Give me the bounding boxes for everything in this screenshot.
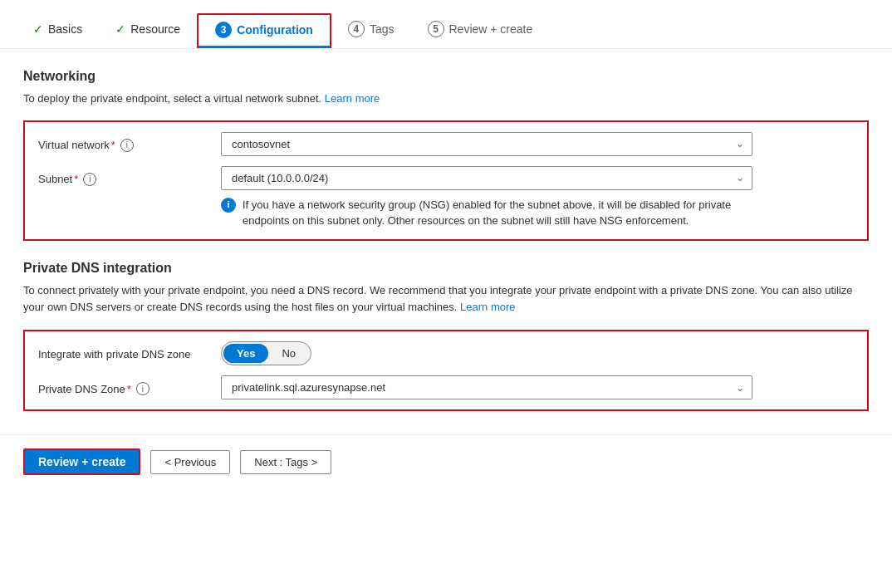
integrate-dns-label: Integrate with private DNS zone <box>38 341 221 360</box>
subnet-dropdown-wrapper: default (10.0.0.0/24) ⌄ <box>221 166 752 190</box>
dns-zone-required: * <box>127 383 131 395</box>
review-create-button[interactable]: Review + create <box>23 448 140 475</box>
dns-zone-control: privatelink.sql.azuresynapse.net ⌄ <box>221 375 854 399</box>
subnet-label: Subnet * i <box>38 166 221 186</box>
tab-tags-number: 4 <box>348 21 365 37</box>
tab-review-create[interactable]: 5 Review + create <box>411 14 550 47</box>
tab-configuration-label: Configuration <box>237 23 313 37</box>
check-icon-basics: ✓ <box>33 22 43 36</box>
virtual-network-dropdown-wrapper: contosovnet ⌄ <box>221 132 752 156</box>
virtual-network-control: contosovnet ⌄ <box>221 132 854 156</box>
tab-resource[interactable]: ✓ Resource <box>99 16 197 46</box>
networking-form-section: Virtual network * i contosovnet ⌄ Subn <box>23 120 869 241</box>
toggle-yes-button[interactable]: Yes <box>223 344 268 363</box>
subnet-control: default (10.0.0.0/24) ⌄ i If you have a … <box>221 166 854 229</box>
tab-review-label: Review + create <box>449 22 533 36</box>
tab-basics[interactable]: ✓ Basics <box>17 16 99 46</box>
private-dns-zone-label: Private DNS Zone * i <box>38 375 221 395</box>
virtual-network-info-icon[interactable]: i <box>120 139 134 152</box>
main-content: Networking To deploy the private endpoin… <box>0 49 892 411</box>
networking-section: Networking To deploy the private endpoin… <box>23 69 869 241</box>
dns-zone-info-icon[interactable]: i <box>136 382 149 395</box>
action-bar: Review + create < Previous Next : Tags > <box>0 434 892 488</box>
virtual-network-label: Virtual network * i <box>38 132 221 152</box>
toggle-no-button[interactable]: No <box>268 344 309 363</box>
tab-resource-label: Resource <box>130 22 180 36</box>
virtual-network-select[interactable]: contosovnet <box>221 132 752 156</box>
check-icon-resource: ✓ <box>115 22 125 36</box>
subnet-required: * <box>74 173 78 185</box>
virtual-network-required: * <box>111 139 115 151</box>
dns-form-section: Integrate with private DNS zone Yes No P… <box>23 330 869 411</box>
tab-review-number: 5 <box>428 21 444 37</box>
dns-learn-more[interactable]: Learn more <box>460 301 515 313</box>
networking-learn-more[interactable]: Learn more <box>325 92 380 105</box>
private-dns-zone-row: Private DNS Zone * i privatelink.sql.azu… <box>38 375 854 399</box>
tab-tags-label: Tags <box>370 22 395 36</box>
previous-button[interactable]: < Previous <box>150 450 230 474</box>
nsg-info-circle-icon: i <box>221 198 236 213</box>
networking-desc: To deploy the private endpoint, select a… <box>23 91 869 107</box>
dns-desc: To connect privately with your private e… <box>23 282 869 317</box>
integrate-dns-row: Integrate with private DNS zone Yes No <box>38 341 854 365</box>
networking-title: Networking <box>23 69 869 84</box>
yes-no-toggle: Yes No <box>221 341 311 365</box>
dns-integration-section: Private DNS integration To connect priva… <box>23 261 869 412</box>
dns-title: Private DNS integration <box>23 261 869 276</box>
nsg-info-text: If you have a network security group (NS… <box>243 197 752 229</box>
dns-zone-dropdown-wrapper: privatelink.sql.azuresynapse.net ⌄ <box>221 375 752 399</box>
dns-zone-select[interactable]: privatelink.sql.azuresynapse.net <box>221 375 752 399</box>
tab-tags[interactable]: 4 Tags <box>331 14 411 47</box>
subnet-select[interactable]: default (10.0.0.0/24) <box>221 166 752 190</box>
tab-basics-label: Basics <box>48 22 82 36</box>
tab-configuration[interactable]: 3 Configuration <box>197 13 331 48</box>
subnet-info-icon[interactable]: i <box>83 173 96 186</box>
nsg-info-box: i If you have a network security group (… <box>221 197 752 229</box>
subnet-row: Subnet * i default (10.0.0.0/24) ⌄ i If … <box>38 166 854 229</box>
tab-configuration-number: 3 <box>215 22 232 38</box>
next-button[interactable]: Next : Tags > <box>240 450 331 474</box>
tabs-bar: ✓ Basics ✓ Resource 3 Configuration 4 Ta… <box>0 0 892 49</box>
virtual-network-row: Virtual network * i contosovnet ⌄ <box>38 132 854 156</box>
integrate-dns-control: Yes No <box>221 341 854 365</box>
